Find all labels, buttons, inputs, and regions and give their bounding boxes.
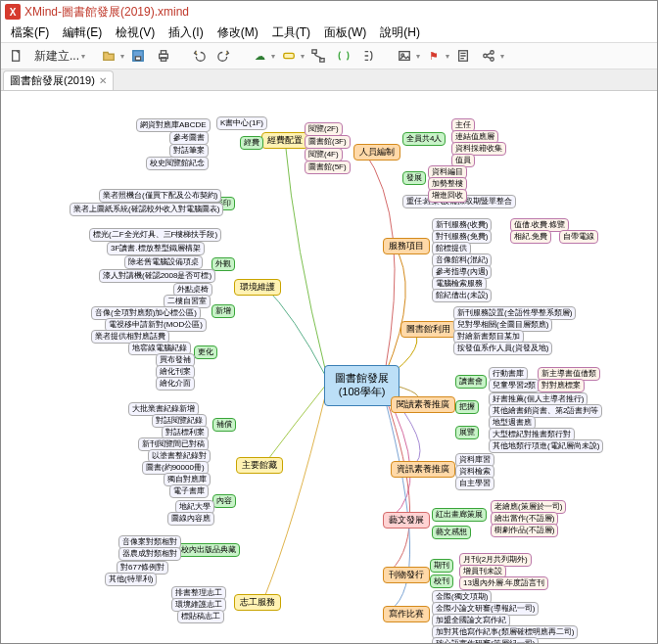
cat-zhigong[interactable]: 志工服務 xyxy=(234,594,281,611)
menu-tools[interactable]: 工具(T) xyxy=(266,23,316,43)
titlebar: X XMind - 圖書館發展(2019).xmind xyxy=(1,1,657,23)
cat-yuedu[interactable]: 閱讀素養推廣 xyxy=(391,396,455,413)
cat-zhuyao[interactable]: 主要館藏 xyxy=(236,457,283,474)
sub-hj-2[interactable]: 外觀 xyxy=(212,257,235,271)
cat-tushu[interactable]: 圖書館利用 xyxy=(400,321,456,338)
leaf[interactable]: 閱覽(2F) xyxy=(305,122,343,136)
relationship-icon[interactable] xyxy=(306,45,330,67)
leaf[interactable]: 對對應標案 xyxy=(538,379,585,392)
leaf[interactable]: 閱覽(4F) xyxy=(305,148,343,161)
share-icon[interactable] xyxy=(477,45,500,67)
sub-yd-1[interactable]: 讀書會 xyxy=(455,375,487,389)
toolbar: 新建立...▾ ▾ ☁▾ ▾ ▾ ⚑▾ ▾ xyxy=(1,42,657,69)
open-icon[interactable] xyxy=(97,45,120,67)
sub-jingfei[interactable]: 經費 xyxy=(240,136,263,150)
sub-zy-2[interactable]: 內容 xyxy=(212,494,236,508)
tab-label: 圖書館發展(2019) xyxy=(10,73,95,88)
sub-yd-2[interactable]: 把握 xyxy=(455,400,479,414)
svg-rect-4 xyxy=(161,51,165,55)
leaf[interactable]: 對話筆案 xyxy=(169,144,209,158)
leaf[interactable]: 參考圖書 xyxy=(169,131,209,145)
note-icon[interactable] xyxy=(451,45,475,67)
leaf[interactable]: 其他地類行項進(電紀層尚未說) xyxy=(489,439,603,453)
sub-kw-2[interactable]: 校刊 xyxy=(430,575,453,588)
cat-zixun[interactable]: 資訊素養推廣 xyxy=(391,461,455,478)
sub-ry-1[interactable]: 全員共4人 xyxy=(402,132,446,146)
leaf[interactable]: 兒童學習2類 xyxy=(489,379,540,392)
leaf[interactable]: 校史閱覽館紀念 xyxy=(146,157,209,170)
leaf[interactable]: 確心語實作研審(策層紀一司) xyxy=(432,637,539,643)
menubar: 檔案(F) 編輯(E) 檢視(V) 插入(I) 修改(M) 工具(T) 面板(W… xyxy=(1,23,657,42)
sub-yw-1[interactable]: 紅出畫廊策展 xyxy=(432,508,487,522)
summary-icon[interactable] xyxy=(357,45,381,67)
leaf[interactable]: 樹劇作品(不語層) xyxy=(491,524,558,537)
redo-icon[interactable] xyxy=(212,45,236,67)
app-window: X XMind - 圖書館發展(2019).xmind 檔案(F) 編輯(E) … xyxy=(0,0,658,644)
cat-huanjing[interactable]: 環境維護 xyxy=(234,279,281,296)
leaf[interactable]: 圖書館(3F) xyxy=(305,135,351,149)
leaf[interactable]: 電子書庫 xyxy=(169,484,209,498)
leaf[interactable]: 自主學習 xyxy=(455,477,494,490)
sub-kw-1[interactable]: 期刊 xyxy=(430,559,453,573)
leaf[interactable]: 3F讀書.標放整型鐵層構架 xyxy=(107,242,205,255)
cat-yiwen[interactable]: 藝文發展 xyxy=(383,512,430,529)
new-icon[interactable] xyxy=(5,45,28,67)
sub-yd-3[interactable]: 展覽 xyxy=(455,426,479,439)
undo-icon[interactable] xyxy=(187,45,211,67)
leaf[interactable]: 業者照機台(僅買下配及公布契約) xyxy=(99,189,221,203)
add-topic-icon[interactable] xyxy=(277,45,301,67)
sub-hj-4[interactable]: 更化 xyxy=(194,345,217,359)
new-button[interactable]: 新建立... xyxy=(30,48,81,65)
leaf[interactable]: 相紀.免費 xyxy=(510,230,551,244)
title-doc: 圖書館發展(2019).xmind xyxy=(62,4,189,21)
central-topic[interactable]: 圖書館發展 (108學年) xyxy=(324,365,400,406)
boundary-icon[interactable] xyxy=(332,45,355,67)
leaf[interactable]: 自帶電線 xyxy=(559,230,598,244)
menu-panel[interactable]: 面板(W) xyxy=(318,23,372,43)
menu-view[interactable]: 檢視(V) xyxy=(110,23,161,43)
menu-file[interactable]: 檔案(F) xyxy=(5,23,55,43)
cat-renyuan[interactable]: 人員編制 xyxy=(353,144,400,161)
sub-yw-2[interactable]: 藝文感想 xyxy=(432,526,471,539)
leaf[interactable]: 13週內外層.年度語言刊 xyxy=(459,576,548,590)
sub-zy-1[interactable]: 補償 xyxy=(212,418,236,432)
svg-point-14 xyxy=(491,58,494,62)
leaf[interactable]: 標貼稿志工 xyxy=(177,610,224,623)
leaf[interactable]: 按發值系作人員(資發及地) xyxy=(453,342,552,355)
save-icon[interactable] xyxy=(126,45,150,67)
leaf[interactable]: 網資對應庫ABCDE xyxy=(136,118,211,132)
cat-xiezuo[interactable]: 寫作比賽 xyxy=(383,606,430,622)
leaf[interactable]: 標光(二F全光灯具、三F樓梯扶手段) xyxy=(89,228,221,242)
mindmap-canvas[interactable]: 圖書館發展 (108學年) 經費配置 環境維護 主要館藏 志工服務 經費 網資對… xyxy=(1,91,657,643)
leaf[interactable]: 圖書館(5F) xyxy=(305,161,351,174)
svg-point-12 xyxy=(484,54,488,58)
cat-kanwu[interactable]: 刊物發行 xyxy=(383,567,430,583)
leaf[interactable]: 繪化介面 xyxy=(156,377,195,391)
menu-edit[interactable]: 編輯(E) xyxy=(57,23,108,43)
cloud-icon[interactable]: ☁ xyxy=(248,45,271,67)
svg-rect-7 xyxy=(312,50,316,54)
menu-help[interactable]: 說明(H) xyxy=(374,23,426,43)
leaf[interactable]: 除老舊電腦設備項桌 xyxy=(124,255,203,269)
marker-icon[interactable]: ⚑ xyxy=(422,45,446,67)
menu-modify[interactable]: 修改(M) xyxy=(212,23,264,43)
leaf[interactable]: 圖線內容應 xyxy=(167,512,214,526)
cat-jingfei[interactable]: 經費配置 xyxy=(261,132,308,149)
sub-ry-2[interactable]: 發展 xyxy=(402,171,426,185)
sub-hj-3[interactable]: 新增 xyxy=(212,304,235,318)
leaf[interactable]: 器農成對類相對 xyxy=(118,547,181,561)
image-icon[interactable] xyxy=(393,45,416,67)
leaf[interactable]: 館紀借出(未設) xyxy=(432,289,492,302)
tab-close-icon[interactable]: ✕ xyxy=(99,75,107,86)
tab-document[interactable]: 圖書館發展(2019) ✕ xyxy=(3,70,114,90)
new-dd[interactable]: ▾ xyxy=(81,52,85,61)
leaf[interactable]: 漆人對講機(確認2008是否可標) xyxy=(99,269,215,283)
leaf[interactable]: 增進回收 xyxy=(428,189,467,203)
leaf[interactable]: K書中心(1F) xyxy=(216,116,267,130)
leaf[interactable]: 業者上圖紙系統(確認較外收入對電腦圖表) xyxy=(70,203,223,216)
cat-fuwu[interactable]: 服務項目 xyxy=(383,238,430,254)
leaf[interactable]: 其他(特單利) xyxy=(105,573,157,586)
menu-insert[interactable]: 插入(I) xyxy=(163,23,209,43)
sub-zy-3[interactable]: 校內出版品典藏 xyxy=(177,543,240,557)
print-icon[interactable] xyxy=(152,45,175,67)
